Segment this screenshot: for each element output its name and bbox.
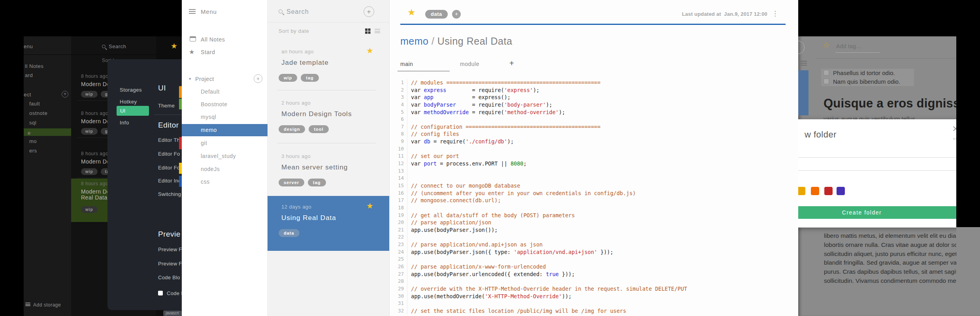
sidebar-item-all-notes[interactable]: All Notes <box>201 36 225 43</box>
list-view-icon[interactable] <box>375 29 380 33</box>
bg-project-label[interactable]: ect <box>24 92 31 98</box>
code-token: // set the static files location /public… <box>411 308 626 314</box>
note-star-icon[interactable]: ★ <box>366 201 373 211</box>
note-star-icon[interactable]: ★ <box>366 46 373 55</box>
code-text: var port = process.env.PORT || 8080; <box>407 160 527 167</box>
settings-preview-item[interactable]: Code Blo <box>158 275 180 280</box>
color-swatch[interactable] <box>824 187 833 195</box>
selected-folder-row[interactable] <box>182 124 268 136</box>
bg-search-label[interactable]: Search <box>109 43 126 49</box>
code-line: 3var app = express(); <box>396 94 795 101</box>
code-token: // config files <box>411 131 459 137</box>
kebab-menu-icon[interactable]: ⋮ <box>772 9 778 18</box>
tab-main[interactable]: main <box>400 61 413 67</box>
settings-nav-item[interactable]: Info <box>120 120 129 126</box>
line-number: 22 <box>396 233 407 241</box>
code-token: var <box>411 102 424 108</box>
tab-module[interactable]: module <box>460 61 479 67</box>
bg-menu-label[interactable]: enu <box>24 43 33 49</box>
settings-checkbox[interactable] <box>158 291 163 295</box>
settings-preview-item[interactable]: Preview F <box>158 246 182 252</box>
settings-nav-active[interactable]: UI <box>117 106 149 116</box>
close-icon[interactable]: × <box>952 122 956 135</box>
search-input[interactable]: Search <box>286 8 309 15</box>
settings-editor-item[interactable]: Switching <box>158 191 181 197</box>
new-note-button[interactable]: + <box>364 6 374 17</box>
code-token: ; <box>523 160 526 167</box>
bg-folder-item[interactable]: e <box>28 130 31 136</box>
dim-list-icon <box>798 61 807 66</box>
code-text: var app = express(); <box>407 94 511 101</box>
code-token: app.use(bodyParser.urlencoded({ extended… <box>411 271 546 277</box>
sidebar-folder-mysql[interactable]: mysql <box>201 114 216 120</box>
bg-folder-item[interactable]: fault <box>29 101 40 107</box>
code-editor[interactable]: 1// modules ============================… <box>396 79 795 315</box>
bg-star-icon[interactable]: ★ <box>171 41 177 51</box>
sort-dropdown[interactable]: Sort by date <box>279 28 309 34</box>
note-card[interactable]: 12 days ago★Using Real Datadata <box>268 196 389 251</box>
sidebar-folder-Default[interactable]: Default <box>201 88 220 95</box>
settings-nav-item[interactable]: Storages <box>120 87 142 93</box>
sidebar-item-starred[interactable]: Stard <box>201 49 215 55</box>
breadcrumb-folder[interactable]: memo <box>400 36 428 47</box>
add-tag-button[interactable]: + <box>452 10 461 19</box>
bg-add-folder-icon[interactable]: + <box>62 91 68 98</box>
header-accent-rule <box>400 24 786 25</box>
project-label[interactable]: Project <box>195 76 214 82</box>
add-tag-input: Add tag... <box>836 43 861 49</box>
tag-pill: data <box>279 229 300 237</box>
settings-theme-item[interactable]: Theme <box>158 103 175 109</box>
bg-folder-item[interactable]: ostnote <box>29 110 47 116</box>
folder-color-strip <box>179 163 182 174</box>
code-line: 4var bodyParser = require('body-parser')… <box>396 101 795 109</box>
sidebar-folder-css[interactable]: css <box>201 179 210 185</box>
code-token: = require( <box>469 109 504 115</box>
code-text: // set our port <box>407 152 459 160</box>
bg-selected-folder-row[interactable] <box>24 128 71 136</box>
menu-label[interactable]: Menu <box>201 8 217 15</box>
code-token: app <box>424 94 433 100</box>
settings-checkbox-label: Code B <box>167 290 182 296</box>
note-card[interactable]: 3 hours agoMean server settingservertag <box>268 145 389 196</box>
chevron-down-icon[interactable]: ▾ <box>189 76 191 81</box>
tag-pill: design <box>279 125 305 133</box>
settings-editor-item[interactable]: Editor Fo <box>158 151 180 157</box>
note-star-icon[interactable]: ★ <box>407 7 416 18</box>
folder-name-input[interactable] <box>798 157 956 171</box>
add-snippet-button[interactable]: + <box>509 59 514 68</box>
note-card[interactable]: an hours ago★Jade templatewiptag <box>268 41 389 90</box>
sidebar-folder-memo[interactable]: memo <box>201 127 217 133</box>
hamburger-icon[interactable] <box>189 9 196 14</box>
settings-nav-item[interactable]: Hotkey <box>120 99 137 105</box>
settings-editor-item[interactable]: Editor Th <box>158 137 180 143</box>
settings-preview-item[interactable]: Preview F <box>158 261 182 267</box>
bg-folder-item[interactable]: mo <box>29 138 37 144</box>
sidebar-folder-laravel_study[interactable]: laravel_study <box>201 153 236 159</box>
color-swatch[interactable] <box>837 187 845 195</box>
add-storage-button[interactable]: Add storage <box>33 302 61 308</box>
sidebar-folder-git[interactable]: git <box>201 140 207 146</box>
color-swatch[interactable] <box>811 187 819 195</box>
color-swatch[interactable] <box>798 187 805 195</box>
settings-editor-item[interactable]: Editor Fo <box>158 165 180 171</box>
document-heading: Quisque a eros dignissim <box>824 96 956 111</box>
bg-folder-item[interactable]: sql <box>29 120 36 126</box>
note-tag-badge[interactable]: data <box>425 10 448 19</box>
code-token: express <box>424 87 447 93</box>
code-text: // parse application/vnd.api+json as jso… <box>407 241 543 248</box>
note-card[interactable]: 2 hours agoModern Design Toolsdesigntool <box>268 92 389 143</box>
settings-editor-item[interactable]: Editor Inc <box>158 178 181 184</box>
grid-view-icon[interactable] <box>365 28 370 34</box>
code-token: db <box>424 138 430 145</box>
sidebar-folder-nodeJs[interactable]: nodeJs <box>201 166 220 172</box>
code-token: methodOverride <box>424 109 469 115</box>
sidebar-folder-Boostnote[interactable]: Boostnote <box>201 101 228 107</box>
bg-folder-item[interactable]: ers <box>29 148 37 154</box>
dialog-title: w folder <box>805 130 837 140</box>
note-time: 2 hours ago <box>281 100 311 106</box>
bg-starred[interactable]: ard <box>25 72 33 78</box>
bg-all-notes[interactable]: ll Notes <box>25 63 43 69</box>
add-folder-icon[interactable]: + <box>254 74 262 83</box>
create-folder-button[interactable]: Create folder <box>798 206 956 219</box>
checkbox-icon <box>824 70 829 75</box>
